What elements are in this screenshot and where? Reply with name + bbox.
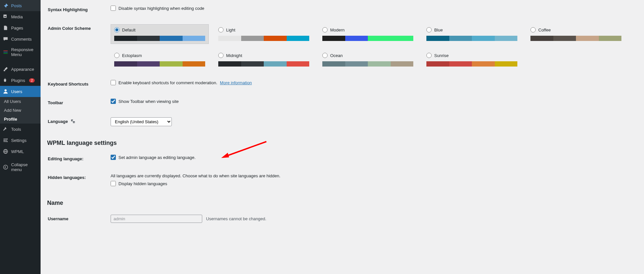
hidden-lang-checkbox-label: Display hidden languages [118,181,167,186]
color-schemes: DefaultLightModernBlueCoffeeEctoplasmMid… [111,24,634,69]
svg-rect-1 [4,52,8,52]
comment-icon [3,36,9,42]
pin-icon [3,3,9,9]
editing-lang-checkbox-row[interactable]: Set admin language as editing language. [111,155,634,160]
pages-icon [3,25,9,31]
scheme-radio[interactable] [322,53,328,58]
svg-rect-0 [4,50,8,51]
keyboard-label: Keyboard Shortcuts [48,75,107,93]
hidden-lang-label: Hidden languages: [48,168,107,191]
scheme-blue[interactable]: Blue [423,24,521,44]
sidebar-label: Appearance [11,67,34,72]
username-label: Username [48,210,107,228]
sidebar-item-settings[interactable]: Settings [0,135,41,146]
sidebar-collapse[interactable]: Collapse menu [0,160,41,175]
color-scheme-label: Admin Color Scheme [48,19,107,74]
sidebar-label: Responsive Menu [11,47,38,57]
scheme-name: Coffee [538,28,551,32]
scheme-sunrise[interactable]: Sunrise [423,50,521,69]
plugins-badge: 2 [29,78,35,83]
hidden-lang-checkbox[interactable] [111,181,116,186]
scheme-radio[interactable] [426,53,432,58]
sidebar-label: WPML [11,149,24,154]
users-submenu: All Users Add New Profile [0,97,41,124]
scheme-modern[interactable]: Modern [319,24,417,44]
sidebar-item-appearance[interactable]: Appearance [0,64,41,75]
toolbar-label: Toolbar [48,94,107,112]
editing-lang-checkbox-label: Set admin language as editing language. [118,155,196,160]
keyboard-checkbox-row[interactable]: Enable keyboard shortcuts for comment mo… [111,80,634,85]
scheme-palette [218,61,309,67]
sidebar-item-tools[interactable]: Tools [0,124,41,135]
syntax-checkbox[interactable] [111,6,116,11]
wpml-heading: WPML language settings [47,140,637,147]
svg-point-3 [5,89,7,91]
scheme-name: Blue [434,28,443,32]
responsive-icon [3,49,9,55]
scheme-coffee[interactable]: Coffee [527,24,625,44]
scheme-radio[interactable] [218,27,224,32]
sidebar-label: Users [11,89,22,94]
sidebar-item-wpml[interactable]: WPML [0,146,41,157]
sidebar-label: Settings [11,138,27,143]
scheme-name: Light [226,28,235,32]
admin-sidebar: Posts Media Pages Comments Responsive Me… [0,0,41,274]
toolbar-checkbox-row[interactable]: Show Toolbar when viewing site [111,99,634,104]
sidebar-item-media[interactable]: Media [0,11,41,22]
toolbar-checkbox[interactable] [111,99,116,104]
scheme-palette [530,36,621,41]
username-desc: Usernames cannot be changed. [206,216,266,221]
syntax-checkbox-row[interactable]: Disable syntax highlighting when editing… [111,6,634,11]
scheme-palette [114,61,205,67]
keyboard-checkbox[interactable] [111,80,116,85]
syntax-label: Syntax Highlighting [48,1,107,19]
svg-point-13 [4,165,8,169]
editing-lang-checkbox[interactable] [111,155,116,160]
submenu-all-users[interactable]: All Users [0,97,41,106]
collapse-icon [3,164,9,170]
brush-icon [3,66,9,72]
scheme-name: Modern [330,28,345,32]
scheme-radio[interactable] [114,27,119,32]
sidebar-item-pages[interactable]: Pages [0,22,41,33]
hidden-lang-checkbox-row[interactable]: Display hidden languages [111,181,634,186]
svg-point-7 [7,138,8,139]
svg-rect-6 [4,141,7,142]
scheme-palette [322,61,413,67]
keyboard-checkbox-label: Enable keyboard shortcuts for comment mo… [118,80,217,85]
sidebar-label: Pages [11,26,23,30]
keyboard-more-info-link[interactable]: More information [220,80,252,85]
scheme-midnight[interactable]: Midnight [215,50,313,69]
sidebar-item-responsive-menu[interactable]: Responsive Menu [0,45,41,60]
scheme-radio[interactable] [530,27,536,32]
sidebar-item-plugins[interactable]: Plugins 2 [0,75,41,86]
sidebar-label: Plugins [11,78,25,83]
sidebar-item-comments[interactable]: Comments [0,33,41,45]
sidebar-item-posts[interactable]: Posts [0,0,41,11]
scheme-default[interactable]: Default [111,24,209,44]
wrench-icon [3,126,9,132]
scheme-name: Default [122,28,135,32]
gear-icon [3,137,9,143]
scheme-ectoplasm[interactable]: Ectoplasm [111,50,209,69]
submenu-profile[interactable]: Profile [0,115,41,124]
scheme-radio[interactable] [114,53,119,58]
scheme-palette [114,36,205,41]
sidebar-item-users[interactable]: Users [0,86,41,97]
scheme-ocean[interactable]: Ocean [319,50,417,69]
language-select[interactable]: English (United States) [111,117,172,126]
scheme-palette [426,36,517,41]
scheme-name: Midnight [226,53,242,58]
scheme-radio[interactable] [426,27,432,32]
scheme-radio[interactable] [218,53,224,58]
scheme-radio[interactable] [322,27,328,32]
scheme-light[interactable]: Light [215,24,313,44]
scheme-name: Sunrise [434,53,449,58]
submenu-add-new[interactable]: Add New [0,106,41,115]
svg-point-8 [4,140,5,141]
main-content: Syntax Highlighting Disable syntax highl… [41,0,644,274]
hidden-lang-desc: All languages are currently displayed. C… [111,173,634,178]
svg-rect-4 [4,139,7,139]
scheme-name: Ocean [330,53,343,58]
scheme-name: Ectoplasm [122,53,142,58]
